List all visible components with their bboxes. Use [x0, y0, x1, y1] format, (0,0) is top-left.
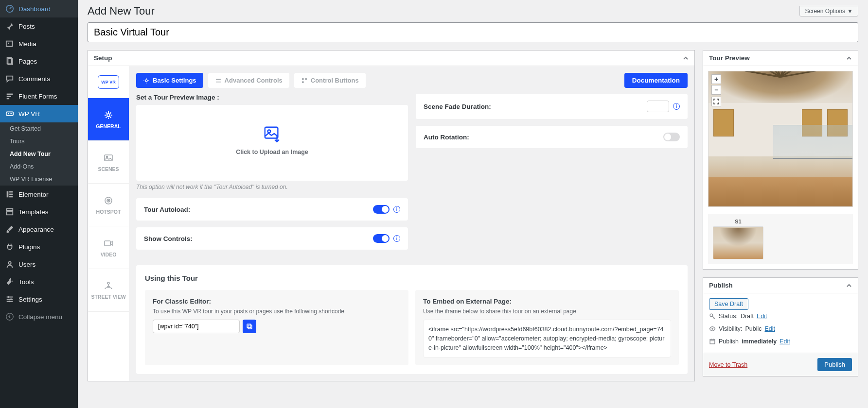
tab-street-view[interactable]: STREET VIEW	[88, 269, 129, 312]
documentation-button[interactable]: Documentation	[624, 73, 688, 88]
zoom-out-button[interactable]: −	[711, 85, 721, 95]
label: Appearance	[18, 226, 54, 233]
edit-visibility-link[interactable]: Edit	[764, 325, 775, 332]
info-icon[interactable]: i	[393, 206, 400, 213]
label: S1	[713, 219, 763, 224]
svg-rect-14	[9, 196, 13, 198]
screen-options-button[interactable]: Screen Options ▼	[799, 6, 858, 17]
move-to-trash-link[interactable]: Move to Trash	[709, 361, 747, 368]
sidebar-item-plugins[interactable]: Plugins	[0, 238, 78, 255]
svg-rect-8	[6, 112, 13, 115]
tour-autoload-toggle[interactable]	[373, 205, 390, 214]
svg-rect-34	[265, 127, 278, 138]
scene-fade-input[interactable]	[647, 101, 669, 112]
publish-collapse-toggle[interactable]	[846, 283, 852, 289]
info-icon[interactable]: i	[393, 235, 400, 242]
fullscreen-button[interactable]	[711, 97, 721, 106]
scene-thumb-s1[interactable]: S1	[713, 219, 763, 259]
copy-shortcode-button[interactable]	[243, 320, 256, 333]
publish-button[interactable]: Publish	[817, 358, 852, 371]
show-controls-toggle[interactable]	[373, 234, 390, 243]
upload-preview-image[interactable]: Click to Upload an Image	[136, 105, 408, 181]
scene-fade-row: Scene Fade Duration: i	[416, 94, 688, 119]
svg-rect-13	[9, 194, 13, 195]
svg-point-19	[10, 298, 12, 300]
label: Pages	[18, 58, 37, 65]
scene-thumb-image	[713, 226, 763, 259]
label: Posts	[18, 23, 35, 30]
pill-basic-settings[interactable]: Basic Settings	[136, 73, 203, 88]
heading: To Embed on External Page:	[423, 298, 671, 305]
svg-rect-33	[302, 81, 304, 83]
svg-rect-32	[305, 78, 307, 80]
video-icon	[103, 238, 114, 249]
zoom-in-button[interactable]: +	[711, 74, 721, 84]
svg-point-22	[107, 114, 110, 117]
sidebar-item-settings[interactable]: Settings	[0, 290, 78, 308]
label: Settings	[18, 296, 42, 303]
scene-thumbnails: S1	[708, 214, 853, 264]
calendar-icon	[709, 338, 716, 345]
sub-tours[interactable]: Tours	[0, 135, 78, 148]
sub-license[interactable]: WP VR License	[0, 173, 78, 186]
sidebar-item-comments[interactable]: Comments	[0, 70, 78, 87]
sub-get-started[interactable]: Get Started	[0, 122, 78, 135]
tab-scenes[interactable]: SCENES	[88, 141, 129, 184]
target-icon	[103, 195, 114, 206]
panorama-preview[interactable]: + −	[708, 71, 853, 207]
svg-rect-40	[710, 340, 715, 344]
svg-point-21	[6, 313, 13, 320]
visibility-value: Public	[745, 325, 762, 332]
label: Dashboard	[18, 5, 51, 13]
auto-rotation-toggle[interactable]	[663, 133, 680, 141]
tour-autoload-row: Tour Autoload: i	[136, 198, 408, 221]
tab-hotspot[interactable]: HOTSPOT	[88, 184, 129, 226]
tour-title-input[interactable]	[88, 22, 858, 42]
desc: Use the iframe below to share this tour …	[423, 308, 671, 315]
label: Media	[18, 40, 36, 48]
page-title: Add New Tour	[88, 5, 155, 17]
setup-metabox: Setup WP VR GENER	[88, 50, 695, 381]
svg-rect-11	[7, 191, 9, 198]
svg-point-2	[8, 43, 9, 44]
sidebar-item-pages[interactable]: Pages	[0, 52, 78, 70]
admin-sidebar: Dashboard Posts Media Pages Comments Flu…	[0, 0, 78, 408]
iframe-code[interactable]: <iframe src="https://wordpress5efd69bf60…	[423, 320, 671, 357]
sidebar-item-dashboard[interactable]: Dashboard	[0, 0, 78, 17]
sidebar-item-users[interactable]: Users	[0, 255, 78, 273]
embed-block: To Embed on External Page: Use the ifram…	[415, 290, 679, 365]
info-icon[interactable]: i	[673, 103, 680, 110]
plug-icon	[5, 242, 15, 252]
svg-point-9	[8, 113, 9, 115]
sidebar-item-fluent-forms[interactable]: Fluent Forms	[0, 87, 78, 105]
setup-vertical-tabs: WP VR GENERAL SCENES	[88, 66, 129, 381]
sidebar-item-appearance[interactable]: Appearance	[0, 221, 78, 238]
label: Plugins	[18, 243, 40, 251]
upload-text: Click to Upload an Image	[146, 149, 398, 155]
page-icon	[5, 56, 15, 66]
label: WP VR	[18, 110, 40, 118]
sub-addons[interactable]: Add-Ons	[0, 160, 78, 173]
sidebar-submenu-wpvr: Get Started Tours Add New Tour Add-Ons W…	[0, 122, 78, 186]
sidebar-item-elementor[interactable]: Elementor	[0, 186, 78, 203]
sidebar-item-posts[interactable]: Posts	[0, 17, 78, 35]
save-draft-button[interactable]: Save Draft	[709, 298, 748, 310]
preview-collapse-toggle[interactable]	[846, 55, 852, 61]
sub-add-new-tour[interactable]: Add New Tour	[0, 148, 78, 160]
tab-general[interactable]: GENERAL	[88, 98, 129, 141]
setup-collapse-toggle[interactable]	[683, 55, 689, 61]
edit-status-link[interactable]: Edit	[757, 313, 767, 320]
desc: To use this WP VR tour in your posts or …	[153, 308, 401, 315]
tab-video[interactable]: VIDEO	[88, 226, 129, 269]
edit-schedule-link[interactable]: Edit	[779, 338, 790, 345]
sidebar-item-tools[interactable]: Tools	[0, 273, 78, 290]
sidebar-collapse[interactable]: Collapse menu	[0, 308, 78, 325]
label: GENERAL	[96, 123, 121, 129]
setup-title: Setup	[94, 54, 112, 62]
label: Users	[18, 261, 35, 268]
schedule-label: Publish	[719, 338, 739, 345]
sidebar-item-media[interactable]: Media	[0, 35, 78, 52]
sidebar-item-templates[interactable]: Templates	[0, 203, 78, 221]
sidebar-item-wpvr[interactable]: WP VR	[0, 105, 78, 122]
shortcode-input[interactable]	[153, 320, 240, 333]
